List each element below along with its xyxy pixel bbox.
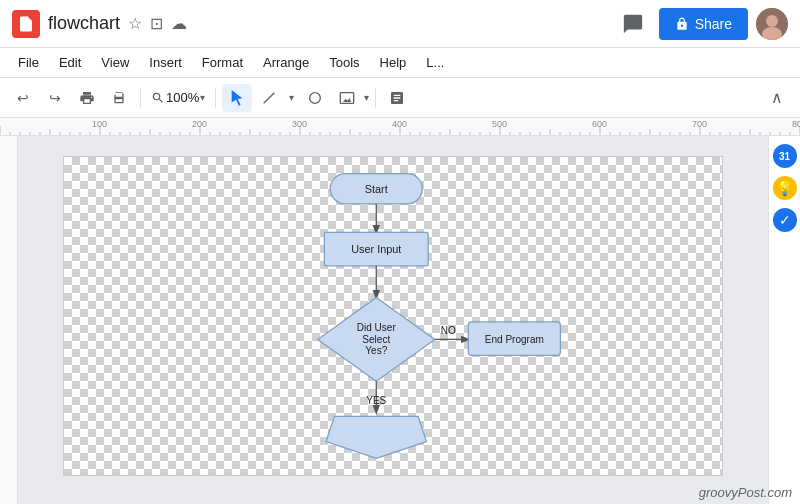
- svg-point-4: [310, 92, 321, 103]
- menu-arrange[interactable]: Arrange: [253, 51, 319, 74]
- svg-text:Start: Start: [365, 183, 388, 195]
- share-button[interactable]: Share: [659, 8, 748, 40]
- bulb-sidebar-icon[interactable]: 💡: [773, 176, 797, 200]
- avatar[interactable]: [756, 8, 788, 40]
- menu-view[interactable]: View: [91, 51, 139, 74]
- paint-format-button[interactable]: [104, 84, 134, 112]
- menu-more[interactable]: L...: [416, 51, 454, 74]
- star-icon[interactable]: ☆: [128, 14, 142, 33]
- textbox-button[interactable]: [382, 84, 412, 112]
- canvas-area[interactable]: Start User Input Did User Select Yes? NO: [18, 136, 768, 504]
- svg-text:Select: Select: [362, 334, 390, 345]
- zoom-dropdown[interactable]: 100% ▾: [147, 88, 209, 107]
- undo-button[interactable]: ↩: [8, 84, 38, 112]
- toolbar-sep-3: [375, 88, 376, 108]
- topbar: flowchart ☆ ⊡ ☁ Share: [0, 0, 800, 48]
- main-area: Start User Input Did User Select Yes? NO: [0, 136, 800, 504]
- toolbar: ↩ ↪ 100% ▾ ▾ ▾ ∧: [0, 78, 800, 118]
- redo-button[interactable]: ↪: [40, 84, 70, 112]
- title-icons: ☆ ⊡ ☁: [128, 14, 191, 33]
- svg-text:Yes?: Yes?: [365, 345, 387, 356]
- svg-line-3: [264, 92, 275, 103]
- toolbar-sep-2: [215, 88, 216, 108]
- svg-text:YES: YES: [366, 395, 386, 406]
- svg-text:Did User: Did User: [357, 322, 397, 333]
- doc-title[interactable]: flowchart: [48, 13, 120, 34]
- right-sidebar: 31 💡 ✓: [768, 136, 800, 504]
- chat-icon[interactable]: [615, 6, 651, 42]
- menu-help[interactable]: Help: [370, 51, 417, 74]
- toolbar-sep-1: [140, 88, 141, 108]
- svg-text:NO: NO: [441, 325, 456, 336]
- watermark: groovyPost.com: [699, 485, 792, 500]
- menubar: File Edit View Insert Format Arrange Too…: [0, 48, 800, 78]
- menu-file[interactable]: File: [8, 51, 49, 74]
- line-tool-button[interactable]: [254, 84, 284, 112]
- collapse-toolbar-button[interactable]: ∧: [762, 84, 792, 112]
- line-tool-group: ▾: [254, 84, 298, 112]
- horizontal-ruler: [0, 118, 800, 136]
- menu-insert[interactable]: Insert: [139, 51, 192, 74]
- app-icon: [12, 10, 40, 38]
- line-dropdown-button[interactable]: ▾: [284, 84, 298, 112]
- vertical-ruler: [0, 136, 18, 504]
- menu-format[interactable]: Format: [192, 51, 253, 74]
- copy-icon[interactable]: ⊡: [150, 14, 163, 33]
- shape-tool-button[interactable]: [300, 84, 330, 112]
- svg-marker-21: [326, 416, 426, 458]
- print-button[interactable]: [72, 84, 102, 112]
- check-sidebar-icon[interactable]: ✓: [773, 208, 797, 232]
- svg-text:User Input: User Input: [351, 243, 401, 255]
- menu-tools[interactable]: Tools: [319, 51, 369, 74]
- calendar-sidebar-icon[interactable]: 31: [773, 144, 797, 168]
- svg-point-1: [766, 15, 778, 27]
- svg-text:End Program: End Program: [485, 334, 544, 345]
- image-tool-button[interactable]: [332, 84, 362, 112]
- drawing-surface: Start User Input Did User Select Yes? NO: [63, 156, 723, 476]
- menu-edit[interactable]: Edit: [49, 51, 91, 74]
- select-tool-button[interactable]: [222, 84, 252, 112]
- cloud-icon[interactable]: ☁: [171, 14, 187, 33]
